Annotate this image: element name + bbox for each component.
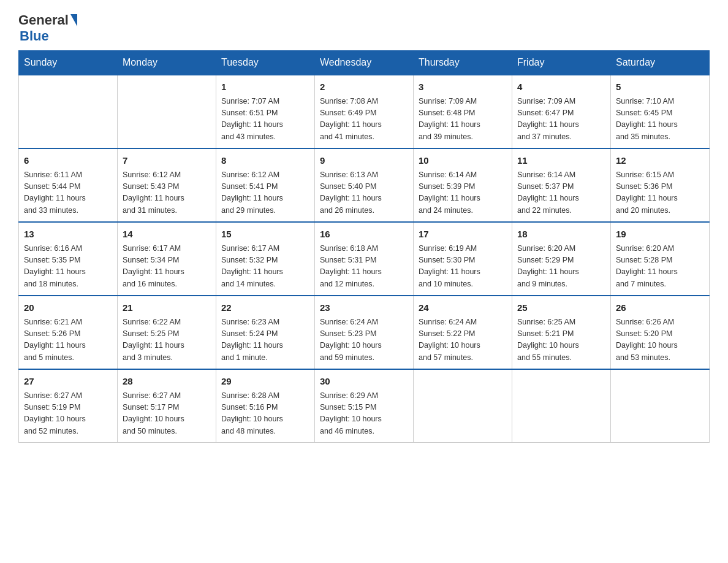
day-number: 13 (24, 228, 112, 242)
calendar-cell: 4Sunrise: 7:09 AM Sunset: 6:47 PM Daylig… (512, 75, 611, 148)
calendar-cell: 3Sunrise: 7:09 AM Sunset: 6:48 PM Daylig… (414, 75, 512, 148)
day-number: 6 (24, 154, 112, 168)
day-number: 3 (419, 80, 507, 94)
day-info: Sunrise: 6:17 AM Sunset: 5:34 PM Dayligh… (123, 243, 211, 291)
day-number: 21 (123, 301, 211, 315)
calendar-cell: 13Sunrise: 6:16 AM Sunset: 5:35 PM Dayli… (19, 222, 118, 296)
calendar-week-row: 20Sunrise: 6:21 AM Sunset: 5:26 PM Dayli… (19, 296, 710, 369)
calendar-cell (414, 369, 512, 443)
calendar-cell (118, 75, 216, 148)
day-number: 22 (221, 301, 309, 315)
calendar-cell: 28Sunrise: 6:27 AM Sunset: 5:17 PM Dayli… (118, 369, 216, 443)
weekday-header-wednesday: Wednesday (315, 51, 414, 75)
day-info: Sunrise: 6:18 AM Sunset: 5:31 PM Dayligh… (320, 243, 408, 291)
day-info: Sunrise: 6:20 AM Sunset: 5:29 PM Dayligh… (517, 243, 605, 291)
day-number: 26 (616, 301, 704, 315)
calendar-cell (512, 369, 611, 443)
logo-blue: Blue (20, 28, 49, 44)
calendar-cell: 29Sunrise: 6:28 AM Sunset: 5:16 PM Dayli… (216, 369, 315, 443)
calendar-cell: 27Sunrise: 6:27 AM Sunset: 5:19 PM Dayli… (19, 369, 118, 443)
calendar-cell: 9Sunrise: 6:13 AM Sunset: 5:40 PM Daylig… (315, 148, 414, 222)
calendar-cell: 22Sunrise: 6:23 AM Sunset: 5:24 PM Dayli… (216, 296, 315, 369)
calendar-cell (611, 369, 710, 443)
day-number: 12 (616, 154, 704, 168)
day-number: 10 (419, 154, 507, 168)
calendar-cell: 23Sunrise: 6:24 AM Sunset: 5:23 PM Dayli… (315, 296, 414, 369)
calendar-cell: 12Sunrise: 6:15 AM Sunset: 5:36 PM Dayli… (611, 148, 710, 222)
day-info: Sunrise: 6:16 AM Sunset: 5:35 PM Dayligh… (24, 243, 112, 291)
calendar-week-row: 1Sunrise: 7:07 AM Sunset: 6:51 PM Daylig… (19, 75, 710, 148)
day-number: 1 (221, 80, 309, 94)
day-info: Sunrise: 6:14 AM Sunset: 5:37 PM Dayligh… (517, 169, 605, 217)
day-info: Sunrise: 6:27 AM Sunset: 5:17 PM Dayligh… (123, 390, 211, 438)
calendar-cell: 30Sunrise: 6:29 AM Sunset: 5:15 PM Dayli… (315, 369, 414, 443)
calendar-cell: 24Sunrise: 6:24 AM Sunset: 5:22 PM Dayli… (414, 296, 512, 369)
weekday-header-monday: Monday (118, 51, 216, 75)
calendar-cell: 8Sunrise: 6:12 AM Sunset: 5:41 PM Daylig… (216, 148, 315, 222)
calendar-cell: 16Sunrise: 6:18 AM Sunset: 5:31 PM Dayli… (315, 222, 414, 296)
day-number: 30 (320, 375, 408, 389)
logo-general: General (18, 12, 69, 28)
day-info: Sunrise: 7:10 AM Sunset: 6:45 PM Dayligh… (616, 96, 704, 144)
calendar-table: SundayMondayTuesdayWednesdayThursdayFrid… (18, 50, 710, 443)
calendar-cell: 14Sunrise: 6:17 AM Sunset: 5:34 PM Dayli… (118, 222, 216, 296)
calendar-week-row: 13Sunrise: 6:16 AM Sunset: 5:35 PM Dayli… (19, 222, 710, 296)
page-header: General Blue (18, 12, 710, 44)
calendar-cell: 7Sunrise: 6:12 AM Sunset: 5:43 PM Daylig… (118, 148, 216, 222)
day-number: 8 (221, 154, 309, 168)
weekday-header-thursday: Thursday (414, 51, 512, 75)
day-info: Sunrise: 6:25 AM Sunset: 5:21 PM Dayligh… (517, 316, 605, 364)
day-info: Sunrise: 6:24 AM Sunset: 5:22 PM Dayligh… (419, 316, 507, 364)
day-info: Sunrise: 6:11 AM Sunset: 5:44 PM Dayligh… (24, 169, 112, 217)
weekday-header-row: SundayMondayTuesdayWednesdayThursdayFrid… (19, 51, 710, 75)
calendar-cell: 20Sunrise: 6:21 AM Sunset: 5:26 PM Dayli… (19, 296, 118, 369)
calendar-cell: 2Sunrise: 7:08 AM Sunset: 6:49 PM Daylig… (315, 75, 414, 148)
day-info: Sunrise: 6:22 AM Sunset: 5:25 PM Dayligh… (123, 316, 211, 364)
day-number: 29 (221, 375, 309, 389)
calendar-cell: 1Sunrise: 7:07 AM Sunset: 6:51 PM Daylig… (216, 75, 315, 148)
weekday-header-tuesday: Tuesday (216, 51, 315, 75)
day-info: Sunrise: 7:07 AM Sunset: 6:51 PM Dayligh… (221, 96, 309, 144)
calendar-cell: 21Sunrise: 6:22 AM Sunset: 5:25 PM Dayli… (118, 296, 216, 369)
day-info: Sunrise: 6:24 AM Sunset: 5:23 PM Dayligh… (320, 316, 408, 364)
day-number: 20 (24, 301, 112, 315)
day-number: 18 (517, 228, 605, 242)
day-info: Sunrise: 6:26 AM Sunset: 5:20 PM Dayligh… (616, 316, 704, 364)
day-number: 2 (320, 80, 408, 94)
day-number: 11 (517, 154, 605, 168)
day-info: Sunrise: 7:09 AM Sunset: 6:48 PM Dayligh… (419, 96, 507, 144)
calendar-week-row: 6Sunrise: 6:11 AM Sunset: 5:44 PM Daylig… (19, 148, 710, 222)
day-info: Sunrise: 6:13 AM Sunset: 5:40 PM Dayligh… (320, 169, 408, 217)
calendar-cell: 5Sunrise: 7:10 AM Sunset: 6:45 PM Daylig… (611, 75, 710, 148)
day-number: 19 (616, 228, 704, 242)
day-number: 4 (517, 80, 605, 94)
day-number: 23 (320, 301, 408, 315)
day-number: 15 (221, 228, 309, 242)
day-info: Sunrise: 7:08 AM Sunset: 6:49 PM Dayligh… (320, 96, 408, 144)
day-info: Sunrise: 6:21 AM Sunset: 5:26 PM Dayligh… (24, 316, 112, 364)
day-number: 24 (419, 301, 507, 315)
calendar-cell: 10Sunrise: 6:14 AM Sunset: 5:39 PM Dayli… (414, 148, 512, 222)
calendar-cell: 19Sunrise: 6:20 AM Sunset: 5:28 PM Dayli… (611, 222, 710, 296)
weekday-header-saturday: Saturday (611, 51, 710, 75)
day-number: 17 (419, 228, 507, 242)
day-info: Sunrise: 6:28 AM Sunset: 5:16 PM Dayligh… (221, 390, 309, 438)
logo: General Blue (18, 12, 77, 44)
day-number: 9 (320, 154, 408, 168)
calendar-cell: 26Sunrise: 6:26 AM Sunset: 5:20 PM Dayli… (611, 296, 710, 369)
day-info: Sunrise: 6:29 AM Sunset: 5:15 PM Dayligh… (320, 390, 408, 438)
day-info: Sunrise: 6:15 AM Sunset: 5:36 PM Dayligh… (616, 169, 704, 217)
weekday-header-sunday: Sunday (19, 51, 118, 75)
day-number: 16 (320, 228, 408, 242)
calendar-week-row: 27Sunrise: 6:27 AM Sunset: 5:19 PM Dayli… (19, 369, 710, 443)
day-info: Sunrise: 6:27 AM Sunset: 5:19 PM Dayligh… (24, 390, 112, 438)
day-number: 14 (123, 228, 211, 242)
calendar-cell: 18Sunrise: 6:20 AM Sunset: 5:29 PM Dayli… (512, 222, 611, 296)
day-number: 28 (123, 375, 211, 389)
calendar-cell: 25Sunrise: 6:25 AM Sunset: 5:21 PM Dayli… (512, 296, 611, 369)
day-info: Sunrise: 6:12 AM Sunset: 5:41 PM Dayligh… (221, 169, 309, 217)
day-number: 25 (517, 301, 605, 315)
calendar-cell: 6Sunrise: 6:11 AM Sunset: 5:44 PM Daylig… (19, 148, 118, 222)
calendar-cell (19, 75, 118, 148)
day-info: Sunrise: 7:09 AM Sunset: 6:47 PM Dayligh… (517, 96, 605, 144)
